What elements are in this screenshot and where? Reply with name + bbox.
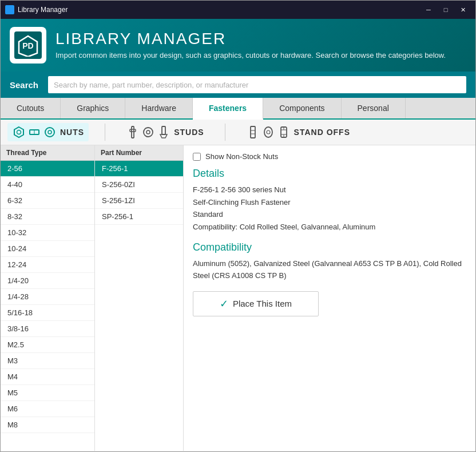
- subcat-nuts[interactable]: NUTS: [7, 123, 89, 141]
- thread-item-m4[interactable]: M4: [1, 369, 94, 385]
- subcat-divider-2: [225, 124, 225, 141]
- logo-inner: PD: [14, 31, 42, 59]
- stud-icon-3: [157, 125, 170, 139]
- title-bar: Library Manager ─ □ ✕: [1, 1, 475, 19]
- app-icon: [5, 5, 14, 14]
- details-line-1: F-256-1 2-56 300 series Nut: [193, 184, 466, 196]
- app-subtitle: Import common items into your design, su…: [55, 50, 446, 61]
- logo-svg: PD: [17, 34, 39, 57]
- title-bar-controls: ─ □ ✕: [421, 4, 471, 15]
- tab-cutouts[interactable]: Cutouts: [1, 98, 61, 118]
- thread-item-12-24[interactable]: 12-24: [1, 257, 94, 273]
- title-bar-text: Library Manager: [18, 6, 68, 14]
- subcat-standoffs[interactable]: STAND OFFS: [241, 123, 355, 141]
- part-item-s256-0zi[interactable]: S-256-0ZI: [95, 177, 183, 193]
- compatibility-text: Aluminum (5052), Galvanized Steel (Galva…: [193, 258, 466, 282]
- app-logo: PD: [10, 27, 46, 64]
- thread-item-2-56[interactable]: 2-56: [1, 161, 94, 177]
- details-title: Details: [193, 168, 466, 180]
- non-stock-checkbox[interactable]: [193, 153, 201, 161]
- tab-components[interactable]: Components: [263, 98, 341, 118]
- thread-item-3-8-16[interactable]: 3/8-16: [1, 321, 94, 337]
- subcat-divider-1: [105, 124, 105, 141]
- tab-fasteners[interactable]: Fasteners: [193, 98, 263, 120]
- standoffs-icons: [246, 125, 291, 139]
- tab-graphics[interactable]: Graphics: [61, 98, 125, 118]
- compatibility-section: Compatibility Aluminum (5052), Galvanize…: [193, 241, 466, 282]
- place-item-label: Place This Item: [233, 299, 292, 308]
- maximize-button[interactable]: □: [438, 4, 454, 15]
- thread-item-1-4-28[interactable]: 1/4-28: [1, 289, 94, 305]
- thread-type-header: Thread Type: [1, 145, 94, 161]
- svg-text:PD: PD: [22, 41, 33, 50]
- standoff-icon-1: [246, 125, 260, 139]
- part-number-header: Part Number: [95, 145, 183, 161]
- close-button[interactable]: ✕: [455, 4, 471, 15]
- svg-point-18: [267, 130, 270, 134]
- thread-type-list: Thread Type 2-56 4-40 6-32 8-32 10-32 10…: [1, 145, 95, 451]
- svg-point-7: [48, 130, 51, 134]
- minimize-button[interactable]: ─: [421, 4, 437, 15]
- thread-item-6-32[interactable]: 6-32: [1, 193, 94, 209]
- svg-rect-9: [130, 129, 136, 132]
- details-panel: Show Non-Stock Nuts Details F-256-1 2-56…: [184, 145, 475, 451]
- thread-item-m3[interactable]: M3: [1, 353, 94, 369]
- part-number-list: Part Number F-256-1 S-256-0ZI S-256-1ZI …: [95, 145, 184, 451]
- round-nut-icon: [43, 125, 57, 139]
- standoff-icon-3: [277, 125, 291, 139]
- thread-item-10-32[interactable]: 10-32: [1, 225, 94, 241]
- part-item-f256-1[interactable]: F-256-1: [95, 161, 183, 177]
- compatibility-title: Compatibility: [193, 241, 466, 253]
- search-label: Search: [10, 80, 41, 90]
- category-tabs: Cutouts Graphics Hardware Fasteners Comp…: [1, 98, 475, 120]
- standoff-icon-2: [261, 125, 275, 139]
- search-bar: Search: [1, 72, 475, 98]
- thread-item-m6[interactable]: M6: [1, 401, 94, 417]
- svg-point-3: [17, 130, 21, 134]
- svg-point-11: [146, 130, 150, 134]
- tab-personal[interactable]: Personal: [342, 98, 406, 118]
- details-line-2: Self-Clinching Flush Fastener: [193, 197, 466, 208]
- svg-point-6: [45, 128, 54, 137]
- non-stock-label: Show Non-Stock Nuts: [205, 152, 278, 161]
- thread-item-m8[interactable]: M8: [1, 417, 94, 433]
- non-stock-row: Show Non-Stock Nuts: [193, 152, 466, 161]
- thread-item-8-32[interactable]: 8-32: [1, 209, 94, 225]
- details-line-3: Standard: [193, 209, 466, 220]
- part-item-sp256-1[interactable]: SP-256-1: [95, 209, 183, 225]
- tab-hardware[interactable]: Hardware: [125, 98, 193, 118]
- details-line-4: Compatibility: Cold Rolled Steel, Galvan…: [193, 221, 466, 233]
- svg-marker-2: [14, 127, 23, 137]
- thread-item-4-40[interactable]: 4-40: [1, 177, 94, 193]
- stud-icon-1: [126, 125, 140, 139]
- studs-icons: [126, 125, 170, 139]
- svg-point-17: [264, 127, 272, 137]
- main-content: Thread Type 2-56 4-40 6-32 8-32 10-32 10…: [1, 145, 475, 451]
- svg-point-10: [144, 128, 153, 137]
- studs-label: STUDS: [174, 128, 204, 137]
- app-header: PD LIBRARY MANAGER Import common items i…: [1, 19, 475, 72]
- place-item-button[interactable]: ✓ Place This Item: [193, 291, 319, 316]
- part-item-s256-1zi[interactable]: S-256-1ZI: [95, 193, 183, 209]
- stud-icon-2: [141, 125, 155, 139]
- svg-rect-8: [132, 126, 134, 138]
- thread-item-5-16-18[interactable]: 5/16-18: [1, 305, 94, 321]
- long-nut-icon: [27, 125, 41, 139]
- svg-rect-12: [162, 126, 165, 134]
- nuts-label: NUTS: [60, 128, 84, 137]
- header-text-block: LIBRARY MANAGER Import common items into…: [55, 30, 446, 61]
- thread-item-10-24[interactable]: 10-24: [1, 241, 94, 257]
- thread-item-m5[interactable]: M5: [1, 385, 94, 401]
- subcategory-bar: NUTS STUDS: [1, 120, 475, 145]
- search-input[interactable]: [48, 76, 466, 93]
- standoffs-label: STAND OFFS: [294, 128, 350, 137]
- title-bar-left: Library Manager: [5, 5, 68, 14]
- hex-nut-icon: [12, 125, 26, 139]
- thread-item-m2-5[interactable]: M2.5: [1, 337, 94, 353]
- subcat-studs[interactable]: STUDS: [121, 123, 208, 141]
- svg-rect-14: [251, 126, 255, 138]
- nuts-icons: [12, 125, 57, 139]
- checkmark-icon: ✓: [220, 298, 228, 310]
- thread-item-1-4-20[interactable]: 1/4-20: [1, 273, 94, 289]
- app-title: LIBRARY MANAGER: [55, 30, 446, 48]
